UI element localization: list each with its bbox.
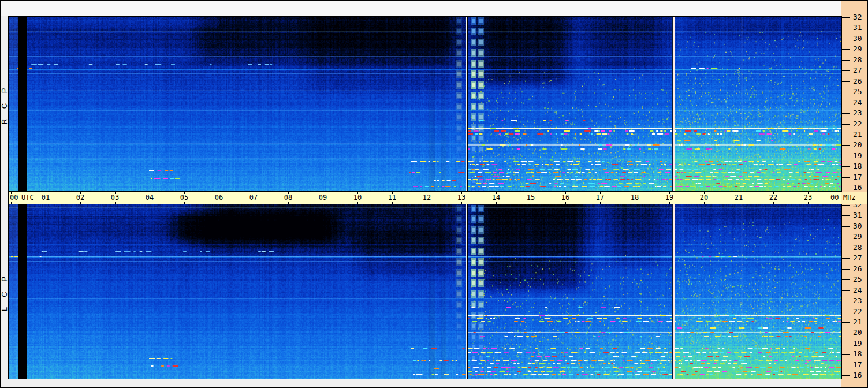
hour-label: 09 bbox=[319, 193, 327, 202]
hour-label: 14 bbox=[492, 193, 500, 202]
freq-tick bbox=[841, 113, 850, 114]
mhz-unit-label: MHz bbox=[841, 192, 868, 204]
freq-tick bbox=[841, 269, 850, 270]
hour-label: 01 bbox=[42, 193, 50, 202]
freq-tick bbox=[841, 60, 850, 61]
freq-tick bbox=[841, 333, 850, 333]
freq-tick bbox=[841, 166, 850, 167]
freq-label: 19 bbox=[853, 151, 862, 160]
hour-label: 05 bbox=[180, 193, 188, 202]
freq-label: 30 bbox=[853, 222, 862, 230]
freq-tick bbox=[841, 279, 850, 280]
freq-label: 18 bbox=[853, 162, 862, 170]
lcp-polarization-label: L C P bbox=[0, 272, 9, 311]
freq-label: 16 bbox=[853, 371, 862, 379]
freq-tick bbox=[841, 354, 850, 355]
lcp-panel-frame bbox=[8, 204, 842, 379]
freq-label: 21 bbox=[853, 130, 862, 139]
freq-tick bbox=[841, 28, 850, 28]
rcp-spectrogram-canvas[interactable] bbox=[9, 17, 841, 191]
freq-tick bbox=[841, 124, 850, 125]
freq-label: 16 bbox=[853, 183, 862, 192]
hour-label: 08 bbox=[284, 193, 292, 202]
hour-label: 10 bbox=[353, 193, 362, 202]
lcp-side-label: L C P bbox=[1, 204, 8, 379]
lcp-spectrogram-canvas[interactable] bbox=[9, 204, 841, 379]
hour-label: 11 bbox=[388, 193, 396, 202]
freq-label: 24 bbox=[853, 286, 862, 294]
hour-label: 03 bbox=[111, 193, 119, 202]
freq-label: 31 bbox=[853, 23, 862, 32]
freq-tick bbox=[841, 70, 850, 71]
hour-label: 20 bbox=[700, 193, 708, 202]
freq-tick bbox=[841, 344, 850, 344]
hour-label: 06 bbox=[215, 193, 223, 202]
hour-label: 18 bbox=[631, 193, 639, 202]
freq-label: 17 bbox=[853, 173, 862, 181]
hour-label: 04 bbox=[146, 193, 154, 202]
freq-tick bbox=[841, 248, 850, 248]
freq-tick bbox=[841, 92, 850, 92]
freq-label: 23 bbox=[853, 296, 862, 305]
freq-tick bbox=[841, 49, 850, 50]
freq-label: 27 bbox=[853, 253, 862, 262]
utc-unit-label: UTC bbox=[21, 193, 34, 202]
freq-tick bbox=[841, 322, 850, 323]
freq-label: 29 bbox=[853, 232, 862, 241]
freq-label: 26 bbox=[853, 264, 862, 273]
freq-tick bbox=[841, 177, 850, 178]
freq-tick bbox=[841, 156, 850, 156]
freq-tick bbox=[841, 81, 850, 82]
freq-tick bbox=[841, 145, 850, 146]
hour-label: 12 bbox=[423, 193, 431, 202]
freq-tick bbox=[841, 17, 850, 18]
freq-label: 31 bbox=[853, 211, 862, 219]
freq-label: 26 bbox=[853, 77, 862, 85]
freq-label: 24 bbox=[853, 98, 862, 107]
freq-tick bbox=[841, 215, 850, 216]
freq-label: 21 bbox=[853, 318, 862, 326]
hour-label: 07 bbox=[249, 193, 258, 202]
freq-tick bbox=[841, 375, 850, 376]
hour-label: 02 bbox=[76, 193, 84, 202]
freq-tick bbox=[841, 103, 850, 103]
hour-label: 00 bbox=[10, 193, 18, 202]
freq-tick bbox=[841, 135, 850, 135]
rcp-polarization-label: R C P bbox=[0, 84, 9, 124]
hour-label: 19 bbox=[665, 193, 673, 202]
freq-label: 20 bbox=[853, 140, 862, 149]
freq-label: 30 bbox=[853, 34, 862, 43]
freq-label: 23 bbox=[853, 109, 862, 117]
freq-label: 17 bbox=[853, 360, 862, 369]
hour-label: 00 bbox=[830, 193, 839, 202]
freq-label: 22 bbox=[853, 307, 862, 316]
hour-label: 17 bbox=[596, 193, 604, 202]
freq-label: 27 bbox=[853, 66, 862, 74]
freq-label: 28 bbox=[853, 55, 862, 64]
hour-label: 21 bbox=[735, 193, 743, 202]
freq-tick bbox=[841, 290, 850, 291]
freq-label: 28 bbox=[853, 243, 862, 252]
title-bar: AJ4CO Observatory 19 Nov 2017 - DPS on T… bbox=[1, 1, 841, 16]
app-window: AJ4CO Observatory 19 Nov 2017 - DPS on T… bbox=[0, 0, 868, 388]
freq-tick bbox=[841, 301, 850, 301]
hour-label: 16 bbox=[561, 193, 569, 202]
freq-label: 32 bbox=[853, 13, 862, 21]
freq-label: 25 bbox=[853, 87, 862, 96]
time-axis-band: 0001020304050607080910111213141516171819… bbox=[8, 192, 842, 204]
freq-label: 22 bbox=[853, 120, 862, 128]
freq-label: 20 bbox=[853, 328, 862, 337]
freq-label: 18 bbox=[853, 349, 862, 358]
freq-label: 19 bbox=[853, 339, 862, 348]
freq-tick bbox=[841, 365, 850, 365]
rcp-panel-frame bbox=[8, 16, 842, 192]
hour-label: 23 bbox=[804, 193, 812, 202]
rcp-side-label: R C P bbox=[1, 16, 8, 192]
hour-label: 13 bbox=[457, 193, 465, 202]
freq-tick bbox=[841, 226, 850, 227]
freq-tick bbox=[841, 39, 850, 39]
freq-tick bbox=[841, 258, 850, 259]
freq-tick bbox=[841, 205, 850, 206]
freq-tick bbox=[841, 312, 850, 312]
freq-label: 25 bbox=[853, 275, 862, 283]
